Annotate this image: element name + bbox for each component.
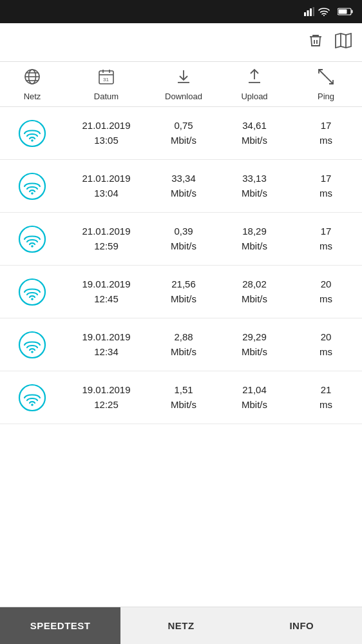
cell-download-value: 0,39 xyxy=(148,224,219,239)
cell-upload-unit: Mbit/s xyxy=(219,292,290,307)
cell-upload: 28,02 Mbit/s xyxy=(219,277,290,306)
cell-download: 0,39 Mbit/s xyxy=(148,224,219,253)
cell-datum: 19.01.2019 12:25 xyxy=(64,383,148,412)
cell-netz xyxy=(0,119,64,148)
svg-point-36 xyxy=(31,298,33,300)
table-row[interactable]: 21.01.2019 13:05 0,75 Mbit/s 34,61 Mbit/… xyxy=(0,107,362,160)
cell-datum-time: 12:45 xyxy=(64,292,148,307)
cell-netz xyxy=(0,384,64,412)
nav-item-netz[interactable]: NETZ xyxy=(120,607,241,644)
cell-ping: 17 ms xyxy=(290,224,362,253)
cell-download: 21,56 Mbit/s xyxy=(148,277,219,306)
svg-point-32 xyxy=(31,192,33,195)
cell-ping: 21 ms xyxy=(290,383,362,412)
svg-point-34 xyxy=(31,245,33,248)
svg-rect-6 xyxy=(352,10,353,14)
cell-netz xyxy=(0,331,64,359)
column-headers: Netz 31 Datum Download xyxy=(0,62,362,107)
cell-download-value: 33,34 xyxy=(148,171,219,186)
svg-rect-1 xyxy=(307,10,309,16)
cell-datum-time: 12:25 xyxy=(64,398,148,413)
cell-ping-unit: ms xyxy=(290,345,362,360)
cell-ping-value: 17 xyxy=(290,171,362,186)
cell-datum: 19.01.2019 12:34 xyxy=(64,330,148,359)
app-header xyxy=(0,23,362,62)
results-table: 21.01.2019 13:05 0,75 Mbit/s 34,61 Mbit/… xyxy=(0,107,362,607)
battery-icon xyxy=(338,8,353,15)
cell-netz xyxy=(0,225,64,253)
cell-download-unit: Mbit/s xyxy=(148,186,219,201)
table-row[interactable]: 19.01.2019 12:45 21,56 Mbit/s 28,02 Mbit… xyxy=(0,266,362,318)
bottom-navigation: SPEEDTESTNETZINFO xyxy=(0,607,362,644)
table-row[interactable]: 21.01.2019 13:04 33,34 Mbit/s 33,13 Mbit… xyxy=(0,160,362,213)
cell-download-unit: Mbit/s xyxy=(148,398,219,413)
cell-download: 1,51 Mbit/s xyxy=(148,383,219,412)
ping-icon xyxy=(318,68,334,89)
delete-button[interactable] xyxy=(308,33,323,52)
col-header-netz: Netz xyxy=(0,68,64,101)
svg-rect-7 xyxy=(339,10,347,14)
svg-line-28 xyxy=(326,77,333,84)
cell-upload-value: 21,04 xyxy=(219,383,290,398)
col-header-upload: Upload xyxy=(219,68,290,101)
signal-bars-icon xyxy=(304,7,314,16)
cell-datum-date: 21.01.2019 xyxy=(64,119,148,133)
cell-ping: 17 ms xyxy=(290,171,362,200)
cell-ping-value: 17 xyxy=(290,224,362,239)
cell-upload-unit: Mbit/s xyxy=(219,398,290,413)
cell-upload-value: 34,61 xyxy=(219,119,290,133)
col-header-datum: 31 Datum xyxy=(64,68,148,101)
col-label-upload: Upload xyxy=(241,92,267,101)
svg-rect-0 xyxy=(304,12,306,16)
nav-item-info[interactable]: INFO xyxy=(242,607,362,644)
header-actions xyxy=(308,33,352,52)
cell-ping: 17 ms xyxy=(290,119,362,148)
cell-download-unit: Mbit/s xyxy=(148,345,219,360)
status-right xyxy=(300,7,353,16)
map-button[interactable] xyxy=(335,33,352,52)
cell-upload-unit: Mbit/s xyxy=(219,133,290,148)
cell-netz xyxy=(0,172,64,200)
cell-datum-date: 19.01.2019 xyxy=(64,277,148,292)
svg-rect-2 xyxy=(310,8,312,16)
nav-item-speedtest[interactable]: SPEEDTEST xyxy=(0,607,120,644)
cell-datum-time: 13:05 xyxy=(64,133,148,148)
table-row[interactable]: 21.01.2019 12:59 0,39 Mbit/s 18,29 Mbit/… xyxy=(0,213,362,266)
col-header-download: Download xyxy=(148,68,219,101)
cell-download-value: 2,88 xyxy=(148,330,219,345)
cell-ping-value: 20 xyxy=(290,330,362,345)
cell-upload-value: 18,29 xyxy=(219,224,290,239)
cell-ping-unit: ms xyxy=(290,292,362,307)
cell-download-value: 21,56 xyxy=(148,277,219,292)
globe-icon xyxy=(24,68,41,89)
status-bar xyxy=(0,0,362,23)
table-row[interactable]: 19.01.2019 12:25 1,51 Mbit/s 21,04 Mbit/… xyxy=(0,371,362,424)
cell-ping-unit: ms xyxy=(290,133,362,148)
cell-download: 0,75 Mbit/s xyxy=(148,119,219,148)
cell-ping-unit: ms xyxy=(290,239,362,254)
cell-download-value: 1,51 xyxy=(148,383,219,398)
cell-upload: 34,61 Mbit/s xyxy=(219,119,290,148)
svg-point-40 xyxy=(31,404,33,406)
col-header-ping: Ping xyxy=(290,68,362,101)
cell-datum-date: 19.01.2019 xyxy=(64,330,148,345)
cell-ping-value: 17 xyxy=(290,119,362,133)
cell-ping-unit: ms xyxy=(290,398,362,413)
col-label-download: Download xyxy=(165,92,202,101)
download-icon xyxy=(175,68,192,89)
cell-upload-unit: Mbit/s xyxy=(219,186,290,201)
cell-download-unit: Mbit/s xyxy=(148,133,219,148)
cell-upload: 21,04 Mbit/s xyxy=(219,383,290,412)
svg-text:31: 31 xyxy=(103,77,109,83)
wifi-status-icon xyxy=(318,7,330,16)
table-row[interactable]: 19.01.2019 12:34 2,88 Mbit/s 29,29 Mbit/… xyxy=(0,318,362,371)
cell-download-unit: Mbit/s xyxy=(148,239,219,254)
col-label-ping: Ping xyxy=(318,92,334,101)
cell-upload-value: 29,29 xyxy=(219,330,290,345)
upload-icon xyxy=(246,68,263,89)
cell-datum-date: 21.01.2019 xyxy=(64,171,148,186)
cell-ping-unit: ms xyxy=(290,186,362,201)
cell-upload: 18,29 Mbit/s xyxy=(219,224,290,253)
cell-datum-time: 13:04 xyxy=(64,186,148,201)
cell-datum-date: 21.01.2019 xyxy=(64,224,148,239)
